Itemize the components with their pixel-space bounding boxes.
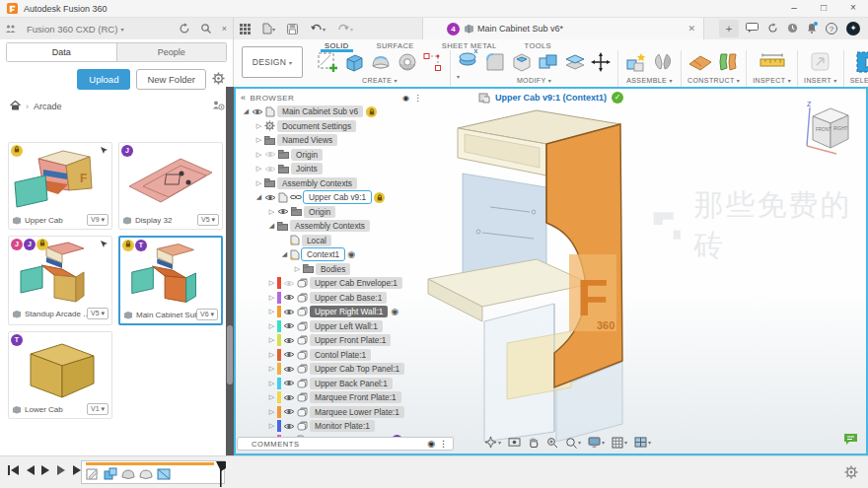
eye-icon[interactable] — [283, 308, 295, 316]
timeline-feature-loft[interactable] — [121, 467, 135, 483]
tree-item-label[interactable]: Main Cabinet Sub v6 — [277, 105, 363, 117]
user-avatar[interactable]: ✦ — [846, 22, 860, 35]
version-dropdown[interactable]: V1 ▾ — [87, 403, 108, 415]
comments-bar[interactable]: COMMENTS ◉⋮ — [237, 437, 454, 451]
browser-tree-item[interactable]: ▷Marquee Lower Plate:1 — [239, 405, 422, 420]
browser-tree-item[interactable]: ▷Upper Cab Base:1 — [239, 291, 422, 306]
tab-people[interactable]: People — [117, 43, 227, 61]
collapse-arrow-icon[interactable]: ▷ — [266, 336, 277, 344]
collapse-arrow-icon[interactable]: ▷ — [253, 122, 264, 130]
timeline-feature-component[interactable] — [104, 467, 117, 483]
browser-tree-item[interactable]: ▷Monitor Plate:1 — [239, 419, 422, 434]
job-status-icon[interactable] — [746, 23, 759, 35]
browser-tree-item[interactable]: ▷Marquee Front Plate:1 — [239, 390, 422, 405]
viewports-icon[interactable]: ▾ — [634, 437, 651, 448]
file-card-upper-cab[interactable]: F Upper Cab V9 ▾ — [8, 142, 112, 230]
browser-tree-item[interactable]: ◢Upper Cab v9:1 — [239, 190, 422, 205]
tree-item-label[interactable]: Document Settings — [277, 120, 356, 132]
tree-item-label[interactable]: Upper Cab v9:1 — [304, 191, 371, 203]
browser-tree-item[interactable]: ▷Joints — [239, 162, 422, 176]
chevron-down-icon[interactable]: ▾ — [120, 26, 123, 33]
tree-item-label[interactable]: Local — [302, 235, 331, 246]
record-icon[interactable]: ◉ — [402, 94, 409, 103]
version-dropdown[interactable]: V9 ▾ — [87, 214, 108, 226]
collapse-arrow-icon[interactable]: ▷ — [266, 308, 277, 315]
eye-off-icon[interactable] — [283, 279, 295, 288]
tree-item-label[interactable]: Marquee Lower Plate:1 — [310, 406, 404, 418]
collapse-arrow-icon[interactable]: ▷ — [266, 393, 277, 401]
new-folder-button[interactable]: New Folder — [136, 69, 206, 90]
tree-item-label[interactable]: Upper Cab Base:1 — [310, 292, 387, 304]
browser-tree-item[interactable]: ▷Contol Plate:1 — [239, 348, 422, 363]
tree-item-label[interactable]: Named Views — [277, 134, 337, 146]
preferences-gear-icon[interactable] — [844, 465, 858, 481]
browser-tree-item[interactable]: ▷Upper Cab Top Panel:1 — [239, 362, 422, 377]
minimize-button[interactable]: – — [779, 0, 809, 17]
look-at-icon[interactable] — [508, 437, 521, 448]
collapse-arrow-icon[interactable]: ▷ — [266, 279, 277, 287]
search-icon[interactable] — [200, 23, 212, 35]
tree-item-label[interactable]: Origin — [291, 149, 323, 161]
tree-item-label[interactable]: Contol Plate:1 — [310, 349, 371, 361]
home-icon[interactable] — [10, 101, 21, 112]
create-sketch-icon[interactable] — [316, 50, 339, 76]
collapse-arrow-icon[interactable]: ▷ — [253, 165, 264, 173]
new-tab-button[interactable]: + — [719, 20, 739, 37]
tree-item-label[interactable]: Context1 — [302, 248, 344, 260]
modify-group-label[interactable]: MODIFY ▾ — [517, 77, 551, 84]
collaborators-badge[interactable]: 4 — [447, 23, 460, 35]
tree-item-label[interactable]: Upper Back Panel:1 — [310, 378, 393, 389]
press-pull-icon[interactable]: ▾ — [457, 45, 480, 81]
eye-icon[interactable] — [252, 107, 263, 116]
timeline-feature-loft[interactable] — [139, 467, 153, 483]
scrollbar-thumb[interactable] — [227, 325, 233, 384]
browser-tree-item[interactable]: ▷Named Views — [239, 133, 422, 148]
data-settings-gear-icon[interactable] — [212, 72, 225, 87]
tree-item-label[interactable]: Bodies — [316, 263, 350, 275]
tab-data[interactable]: Data — [7, 43, 117, 61]
eye-icon[interactable] — [283, 350, 295, 359]
file-card-lower-cab[interactable]: T Lower Cab V1 ▾ — [8, 331, 112, 419]
new-component-icon[interactable] — [624, 50, 648, 76]
collapse-arrow-icon[interactable]: ▷ — [266, 408, 277, 416]
tree-item-label[interactable]: Monitor Plate:1 — [310, 420, 375, 432]
browser-tree-item[interactable]: ◢Assembly Contexts — [239, 219, 422, 234]
tree-item-label[interactable]: Origin — [304, 206, 335, 218]
browser-tree-item[interactable]: ▷Upper Right Wall:1◉ — [239, 305, 422, 319]
move-icon[interactable] — [590, 51, 612, 75]
collapse-browser-icon[interactable]: « — [241, 93, 247, 103]
tab-main-cabinet-sub[interactable]: 4 Main Cabinet Sub v6* ✕ — [422, 18, 704, 39]
expand-arrow-icon[interactable]: ◢ — [266, 222, 277, 230]
eye-off-icon[interactable] — [264, 150, 276, 159]
insert-icon[interactable] — [809, 50, 832, 76]
pan-icon[interactable] — [528, 437, 540, 449]
collapse-arrow-icon[interactable]: ▷ — [292, 265, 303, 273]
expand-arrow-icon[interactable]: ◢ — [279, 250, 290, 258]
new-document-icon[interactable]: ▾ — [262, 23, 275, 35]
tree-item-label[interactable]: Upper Left Wall:1 — [310, 320, 383, 332]
collapse-arrow-icon[interactable]: ▷ — [266, 380, 277, 387]
close-tab-icon[interactable]: ✕ — [687, 24, 695, 34]
select-group-label[interactable]: SELECT ▾ — [850, 77, 868, 84]
tree-item-label[interactable]: Upper Front Plate:1 — [310, 334, 391, 346]
kebab-menu-icon[interactable]: ⋮ — [414, 94, 423, 103]
browser-tree-item[interactable]: ▷Upper Front Plate:1 — [239, 333, 422, 348]
timeline-go-start-button[interactable] — [8, 464, 19, 478]
file-card-display-32[interactable]: J Display 32 V5 ▾ — [118, 142, 223, 230]
collapse-arrow-icon[interactable]: ▷ — [253, 179, 264, 187]
tree-item-label[interactable]: Marquee Front Plate:1 — [310, 391, 401, 403]
tree-item-label[interactable]: Upper Cab Envelope:1 — [310, 277, 402, 289]
measure-icon[interactable] — [759, 52, 786, 74]
save-icon[interactable] — [287, 24, 298, 35]
timeline-play-button[interactable] — [41, 464, 50, 478]
assemble-group-label[interactable]: ASSEMBLE ▾ — [626, 77, 673, 84]
upload-button[interactable]: Upload — [77, 69, 130, 90]
version-dropdown[interactable]: V5 ▾ — [197, 214, 219, 226]
browser-tree-item[interactable]: ▷Upper Left Wall:1 — [239, 319, 422, 334]
eye-icon[interactable] — [283, 365, 295, 374]
construct-plane-icon[interactable] — [687, 50, 713, 76]
version-dropdown[interactable]: V6 ▾ — [196, 309, 218, 320]
eye-icon[interactable] — [283, 293, 295, 302]
eye-icon[interactable] — [283, 422, 295, 431]
browser-tree-item[interactable]: Local — [239, 234, 422, 248]
